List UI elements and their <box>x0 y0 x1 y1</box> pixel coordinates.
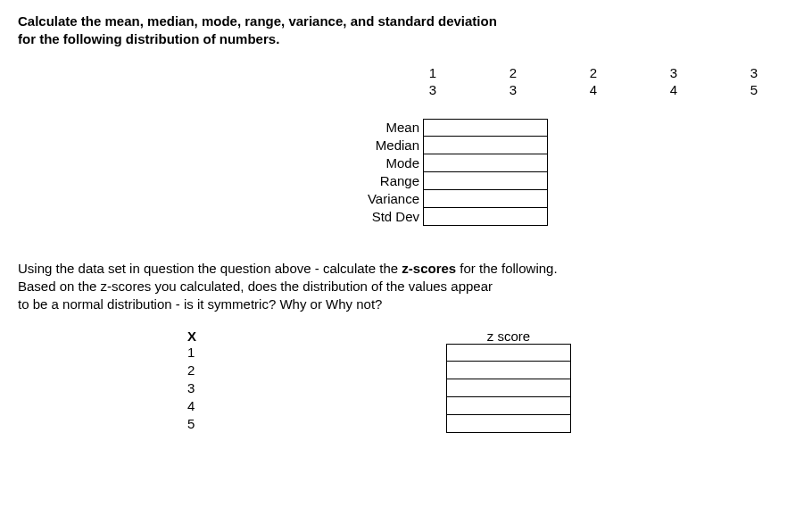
z-row: 5 <box>187 415 571 433</box>
stats-row-median: Median <box>348 137 794 154</box>
data-cell: 5 <box>714 82 794 97</box>
data-cell: 2 <box>553 65 634 80</box>
q2-line1-b: z-scores <box>402 261 456 276</box>
stats-label: Range <box>348 172 423 190</box>
data-cell: 4 <box>634 82 714 97</box>
stats-table: Mean Median Mode Range Variance Std Dev <box>348 119 794 226</box>
z-input[interactable] <box>446 344 571 362</box>
q2-prompt-line2: Based on the z-scores you calculated, do… <box>18 278 794 295</box>
stats-label: Variance <box>348 190 423 208</box>
z-row: 3 <box>187 379 571 397</box>
z-input[interactable] <box>446 379 571 397</box>
z-row: 4 <box>187 397 571 415</box>
z-x-value: 4 <box>187 397 220 415</box>
q2-prompt-line3: to be a normal distribution - is it symm… <box>18 295 794 313</box>
q2-line1-c: for the following. <box>456 261 557 276</box>
z-x-value: 5 <box>187 415 220 433</box>
stats-input-variance[interactable] <box>423 190 548 208</box>
z-input[interactable] <box>446 397 571 415</box>
stats-label: Median <box>348 137 423 154</box>
data-cell: 2 <box>473 65 553 80</box>
z-x-value: 2 <box>187 362 220 379</box>
stats-label: Std Dev <box>348 208 423 226</box>
stats-label: Mean <box>348 119 423 137</box>
z-input[interactable] <box>446 415 571 433</box>
zscore-table: X z score 1 2 3 4 5 <box>187 326 571 433</box>
q2-prompt-line1: Using the data set in question the quest… <box>18 260 794 278</box>
stats-input-stddev[interactable] <box>423 208 548 226</box>
data-row-1: 1 2 2 3 3 <box>393 65 794 80</box>
stats-row-variance: Variance <box>348 190 794 208</box>
z-row: 1 <box>187 344 571 362</box>
data-row-2: 3 3 4 4 5 <box>393 82 794 97</box>
stats-row-mean: Mean <box>348 119 794 137</box>
q1-prompt-line2: for the following distribution of number… <box>18 30 794 48</box>
stats-row-mode: Mode <box>348 154 794 172</box>
stats-label: Mode <box>348 154 423 172</box>
data-cell: 3 <box>634 65 714 80</box>
stats-row-stddev: Std Dev <box>348 208 794 226</box>
q1-prompt-line1: Calculate the mean, median, mode, range,… <box>18 12 794 30</box>
z-header-x: X <box>187 329 220 344</box>
q2-line1-a: Using the data set in question the quest… <box>18 261 402 276</box>
z-row: 2 <box>187 362 571 379</box>
z-x-value: 1 <box>187 344 220 362</box>
stats-input-range[interactable] <box>423 172 548 190</box>
data-cell: 3 <box>473 82 553 97</box>
stats-input-median[interactable] <box>423 137 548 154</box>
data-cell: 3 <box>714 65 794 80</box>
z-input[interactable] <box>446 362 571 379</box>
data-cell: 1 <box>393 65 473 80</box>
stats-row-range: Range <box>348 172 794 190</box>
data-cell: 4 <box>553 82 634 97</box>
stats-input-mean[interactable] <box>423 119 548 137</box>
stats-input-mode[interactable] <box>423 154 548 172</box>
data-cell: 3 <box>393 82 473 97</box>
z-x-value: 3 <box>187 379 220 397</box>
z-header-score: z score <box>446 329 571 344</box>
